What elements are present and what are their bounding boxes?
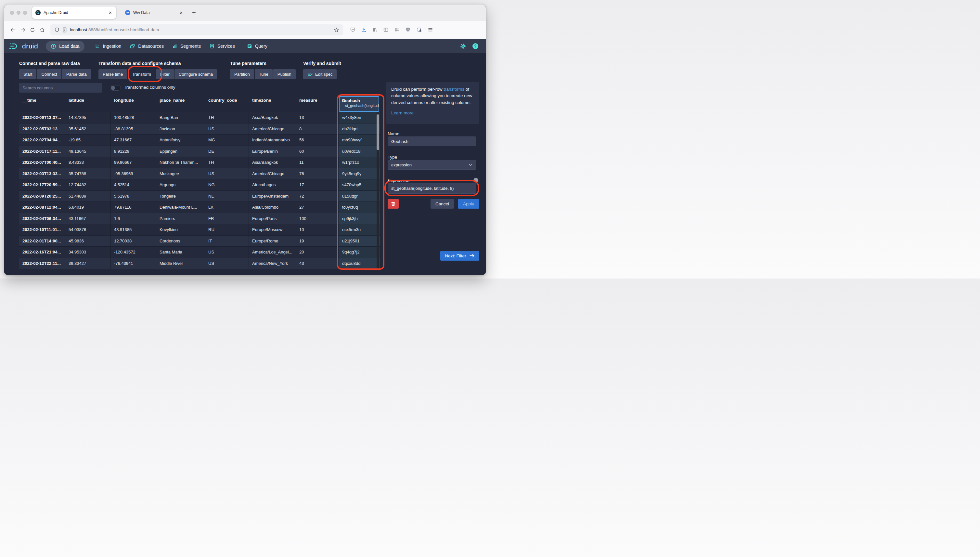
expression-input[interactable]: [387, 182, 476, 194]
zoom-window-button[interactable]: [23, 11, 27, 15]
transformed-columns-toggle[interactable]: [110, 85, 121, 91]
nav-item-services[interactable]: Services: [205, 39, 239, 53]
cell-latitude: 54.03876: [65, 224, 111, 235]
page-info-icon[interactable]: [62, 27, 67, 33]
transforms-link[interactable]: transforms: [444, 87, 464, 92]
cell-timezone: America/Chicago: [249, 168, 296, 179]
learn-more-link[interactable]: Learn more: [391, 110, 413, 116]
cell-time: 2022-02-09T13:37...: [19, 112, 65, 123]
step-configure-schema[interactable]: Configure schema: [174, 69, 217, 79]
step-tune[interactable]: Tune: [255, 69, 273, 79]
bookmark-star-icon[interactable]: [334, 27, 339, 33]
services-icon: [209, 44, 215, 49]
step-start[interactable]: Start: [19, 69, 36, 79]
cell-measure: 60: [296, 146, 339, 157]
shield-permissions-icon[interactable]: [54, 27, 59, 33]
shield-lo-extension-icon[interactable]: LO: [405, 27, 411, 33]
nav-item-load-data[interactable]: Load data: [46, 41, 84, 52]
name-input[interactable]: [387, 137, 476, 146]
cell-country-code: TH: [205, 157, 249, 168]
column-header-country-code[interactable]: country_code: [205, 96, 249, 112]
column-header-place-name[interactable]: place_name: [156, 96, 205, 112]
help-icon[interactable]: ?: [472, 43, 479, 49]
cell-country-code: US: [205, 168, 249, 179]
column-header-latitude[interactable]: latitude: [65, 96, 111, 112]
step-partition[interactable]: Partition: [230, 69, 254, 79]
url-text[interactable]: localhost:8888/unified-console.html#load…: [70, 27, 331, 32]
cell-measure: 19: [296, 236, 339, 247]
table-row: 2022-02-03T13:33... 35.74788 -95.36969 M…: [19, 168, 381, 180]
cell-measure: 27: [296, 202, 339, 213]
group-title-verify: Verify and submit: [303, 61, 341, 66]
step-edit-spec[interactable]: Edit spec: [303, 69, 337, 79]
onepassword-lock-icon[interactable]: [416, 27, 422, 33]
cell-country-code: RU: [205, 224, 249, 235]
minimize-window-button[interactable]: [16, 11, 21, 15]
column-header-measure[interactable]: measure: [296, 96, 339, 112]
cell-latitude: 8.43333: [65, 157, 111, 168]
column-header-time[interactable]: __time: [19, 96, 65, 112]
download-icon[interactable]: [361, 27, 366, 33]
query-icon: [247, 44, 252, 49]
cell-longitude: 47.31667: [111, 135, 156, 146]
cell-measure: 13: [296, 112, 339, 123]
delete-transform-button[interactable]: [387, 199, 399, 208]
arrow-right-icon: [469, 254, 475, 258]
nav-item-datasources[interactable]: Datasources: [125, 39, 168, 53]
type-select[interactable]: expression: [387, 160, 476, 169]
home-icon[interactable]: [37, 25, 47, 35]
info-icon[interactable]: i: [474, 178, 478, 182]
cell-timezone: Europe/Moscow: [249, 224, 296, 235]
cell-place-name: Santa Maria: [156, 247, 205, 258]
cell-latitude: 35.74788: [65, 168, 111, 179]
next-filter-button[interactable]: Next: Filter: [440, 251, 479, 261]
cell-country-code: MG: [205, 135, 249, 146]
cell-country-code: NG: [205, 179, 249, 191]
cancel-button[interactable]: Cancel: [431, 199, 454, 208]
url-bar[interactable]: localhost:8888/unified-console.html#load…: [50, 24, 343, 36]
gear-icon[interactable]: [460, 43, 466, 49]
column-header-timezone[interactable]: timezone: [249, 96, 296, 112]
pocket-icon[interactable]: [350, 27, 355, 33]
step-filter[interactable]: Filter: [156, 69, 174, 79]
cell-place-name: Muskogee: [156, 168, 205, 179]
apply-button[interactable]: Apply: [458, 199, 479, 208]
step-parse-data[interactable]: Parse data: [62, 69, 91, 79]
tab-apache-druid[interactable]: Apache Druid ✕: [32, 7, 116, 19]
cell-timezone: Europe/Amsterdam: [249, 191, 296, 202]
tab-close-icon[interactable]: ✕: [108, 10, 113, 15]
step-transform[interactable]: Transform: [128, 69, 155, 79]
nav-item-query[interactable]: Query: [243, 39, 272, 53]
step-parse-time[interactable]: Parse time: [98, 69, 127, 79]
tab-close-icon[interactable]: ✕: [179, 10, 184, 15]
scrollbar-thumb[interactable]: [377, 114, 379, 150]
nav-item-ingestion[interactable]: Ingestion: [91, 39, 126, 53]
nav-item-segments[interactable]: Segments: [168, 39, 205, 53]
next-filter-label: Next: Filter: [445, 254, 466, 258]
svg-text:LO: LO: [407, 29, 409, 31]
fence-extension-icon[interactable]: [394, 27, 400, 33]
back-icon[interactable]: [8, 25, 18, 35]
menu-hamburger-icon[interactable]: [428, 27, 433, 33]
traffic-lights: [10, 11, 27, 15]
library-icon[interactable]: [372, 27, 378, 33]
tab-ww-data[interactable]: Ww Data ✕: [122, 7, 187, 19]
cell-longitude: 5.51978: [111, 191, 156, 202]
step-publish[interactable]: Publish: [273, 69, 296, 79]
column-header-longitude[interactable]: longitude: [111, 96, 156, 112]
search-columns-input[interactable]: [19, 83, 102, 93]
geohash-column-scrollbar[interactable]: [377, 112, 379, 269]
druid-logo[interactable]: druid: [10, 42, 38, 50]
step-connect[interactable]: Connect: [37, 69, 61, 79]
geohash-column-header[interactable]: Geohash = st_geohash(longitud: [339, 96, 379, 112]
reload-icon[interactable]: [28, 25, 37, 35]
table-row: 2022-02-01T14:00... 45.9836 12.70038 Cor…: [19, 236, 381, 247]
cell-timezone: Europe/Berlin: [249, 146, 296, 157]
druid-navbar: druid Load data Ingestion Datasources Se…: [4, 39, 486, 53]
cell-longitude: 43.91385: [111, 224, 156, 235]
new-tab-button[interactable]: +: [192, 9, 196, 16]
forward-icon[interactable]: [18, 25, 28, 35]
sidebar-icon[interactable]: [383, 27, 389, 33]
cell-geohash: s470wbp5: [339, 179, 381, 191]
close-window-button[interactable]: [10, 11, 14, 15]
